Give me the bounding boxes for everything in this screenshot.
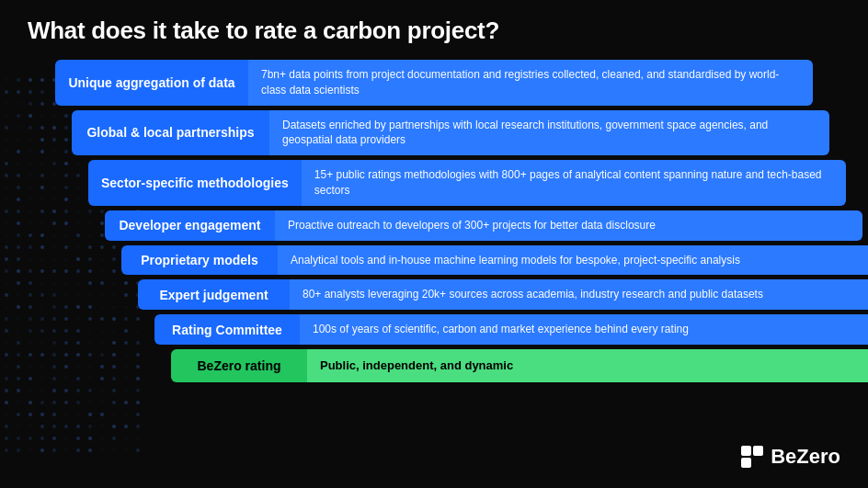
svg-point-333	[112, 401, 116, 404]
svg-point-241	[17, 317, 20, 321]
svg-point-122	[29, 198, 32, 201]
svg-point-303	[40, 377, 44, 380]
svg-point-193	[17, 269, 20, 273]
svg-point-38	[29, 114, 32, 118]
svg-point-315	[40, 389, 44, 392]
svg-point-328	[52, 401, 56, 404]
svg-point-12	[5, 90, 8, 94]
svg-point-183	[40, 257, 44, 261]
row-label-6: Rating Committee	[154, 314, 300, 345]
row-label-4: Proprietary models	[121, 245, 278, 276]
svg-point-360	[5, 437, 8, 440]
svg-point-372	[5, 448, 8, 452]
svg-point-290	[29, 365, 32, 369]
svg-point-331	[88, 401, 92, 404]
row-4: Proprietary modelsAnalytical tools and i…	[121, 245, 868, 276]
svg-point-324	[5, 401, 8, 404]
svg-point-368	[100, 437, 104, 440]
svg-point-132	[5, 210, 8, 213]
svg-point-349	[17, 425, 20, 428]
row-desc-4: Analytical tools and in-house machine le…	[278, 245, 868, 276]
svg-point-218	[29, 293, 32, 297]
svg-point-348	[5, 425, 8, 428]
svg-point-332	[100, 401, 104, 404]
svg-point-36	[5, 114, 8, 118]
svg-point-277	[17, 353, 20, 357]
svg-point-219	[40, 293, 44, 297]
svg-point-371	[136, 437, 140, 440]
svg-point-50	[29, 126, 32, 130]
svg-point-74	[29, 150, 32, 153]
svg-point-60	[5, 138, 8, 142]
svg-point-1	[17, 78, 20, 82]
svg-point-381	[112, 448, 116, 452]
svg-point-361	[17, 437, 20, 440]
svg-point-345	[112, 413, 116, 416]
svg-point-85	[17, 162, 20, 165]
svg-point-96	[5, 174, 8, 177]
svg-point-25	[17, 102, 20, 106]
svg-point-289	[17, 365, 20, 369]
svg-point-253	[17, 329, 20, 333]
svg-point-15	[40, 90, 44, 94]
svg-point-355	[88, 425, 92, 428]
svg-point-323	[136, 389, 140, 392]
row-2: Sector-specific methodologies15+ public …	[88, 160, 846, 206]
svg-point-378	[76, 448, 80, 452]
svg-point-266	[29, 341, 32, 345]
svg-point-313	[17, 389, 20, 392]
svg-point-231	[40, 305, 44, 309]
svg-point-318	[76, 389, 80, 392]
svg-point-334	[124, 401, 128, 404]
svg-point-252	[5, 329, 8, 333]
svg-point-158	[29, 233, 32, 237]
svg-point-86	[29, 162, 32, 165]
svg-point-182	[29, 257, 32, 261]
svg-point-353	[64, 425, 68, 428]
svg-point-27	[40, 102, 44, 106]
svg-point-350	[29, 425, 32, 428]
row-6: Rating Committee100s of years of scienti…	[154, 314, 868, 345]
svg-point-192	[5, 269, 8, 273]
svg-point-121	[17, 198, 20, 201]
svg-point-291	[40, 365, 44, 369]
svg-point-369	[112, 437, 116, 440]
svg-point-314	[29, 389, 32, 392]
svg-point-14	[29, 90, 32, 94]
svg-point-39	[40, 114, 44, 118]
svg-point-37	[17, 114, 20, 118]
svg-point-366	[76, 437, 80, 440]
svg-point-170	[29, 245, 32, 249]
svg-point-370	[124, 437, 128, 440]
row-label-0: Unique aggregation of data	[55, 60, 248, 106]
svg-point-312	[5, 389, 8, 392]
row-1: Global & local partnershipsDatasets enri…	[72, 110, 829, 156]
svg-point-382	[124, 448, 128, 452]
svg-point-365	[64, 437, 68, 440]
svg-point-48	[5, 126, 8, 130]
svg-point-344	[100, 413, 104, 416]
svg-point-195	[40, 269, 44, 273]
svg-point-87	[40, 162, 44, 165]
row-label-3: Developer engagement	[105, 210, 275, 241]
svg-point-373	[17, 448, 20, 452]
svg-point-358	[124, 425, 128, 428]
svg-point-383	[136, 448, 140, 452]
svg-point-377	[64, 448, 68, 452]
svg-point-120	[5, 198, 8, 201]
svg-point-264	[5, 341, 8, 345]
bezero-row-label: BeZero rating	[171, 349, 307, 382]
svg-point-330	[76, 401, 80, 404]
svg-point-357	[112, 425, 116, 428]
row-label-2: Sector-specific methodologies	[88, 160, 302, 206]
svg-point-205	[17, 281, 20, 285]
bezero-logo-text: BeZero	[771, 445, 840, 469]
svg-point-3	[40, 78, 44, 82]
svg-point-337	[17, 413, 20, 416]
svg-point-49	[17, 126, 20, 130]
svg-point-181	[17, 257, 20, 261]
svg-point-61	[17, 138, 20, 142]
row-5: Expert judgement80+ analysts leveraging …	[138, 279, 868, 310]
svg-point-168	[5, 245, 8, 249]
svg-point-335	[136, 401, 140, 404]
